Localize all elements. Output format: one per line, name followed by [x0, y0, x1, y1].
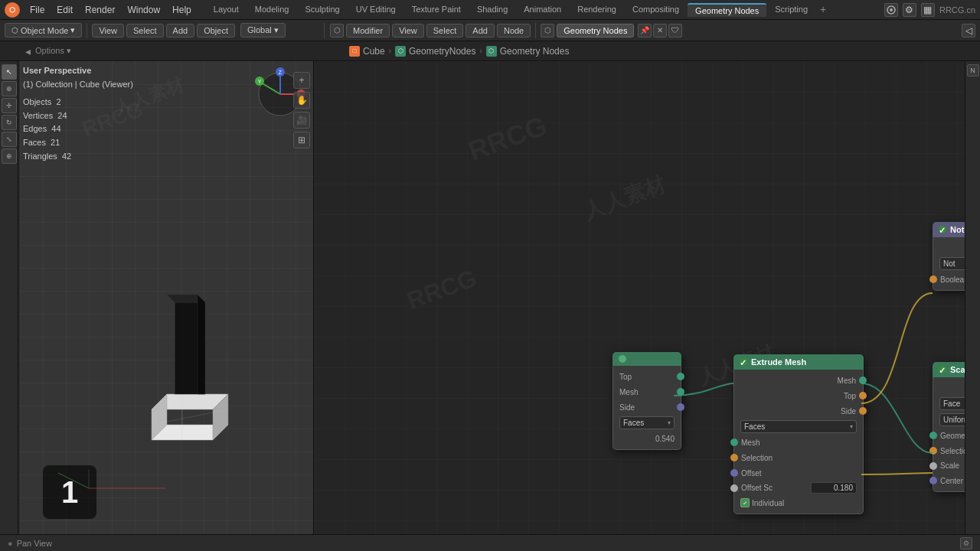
bc-geonodes[interactable]: ⬡ GeometryNodes	[395, 46, 475, 57]
ws-sculpting[interactable]: Sculpting	[297, 3, 347, 17]
viewport-left-toolbar: ↖ ⊕ ✛ ↻ ⤡ ⊕	[0, 61, 18, 534]
partial-mesh-socket[interactable]	[677, 373, 684, 380]
ws-shading[interactable]: Shading	[469, 3, 515, 17]
extrude1-mesh-out-socket[interactable]	[859, 377, 867, 384]
sep2	[535, 23, 536, 38]
settings-icon[interactable]: ⚙	[903, 3, 916, 17]
pin-icon[interactable]: 📌	[638, 24, 652, 37]
partial-side-row: Side	[613, 399, 681, 415]
partial-node-header	[612, 352, 681, 366]
move-tool[interactable]: ✛	[2, 98, 17, 113]
node-icon[interactable]: ⬡	[330, 24, 344, 37]
extrude1-mesh-in-socket[interactable]	[730, 439, 738, 446]
view-menu[interactable]: View	[92, 24, 124, 37]
grid-tool[interactable]: ⊞	[293, 132, 310, 148]
statusbar: ● Pan View ⚙	[0, 534, 980, 551]
rotate-tool[interactable]: ↻	[2, 115, 17, 130]
viewport-content[interactable]: RRCG 人人素材 User Perspective (1) Collectio…	[20, 61, 313, 534]
node-view-menu[interactable]: View	[392, 24, 424, 37]
not-minimize[interactable]: ✓	[939, 226, 946, 233]
ws-compositing[interactable]: Compositing	[625, 3, 687, 17]
extrude1-side-out-socket[interactable]	[859, 407, 867, 415]
not-boolean-in-socket[interactable]	[929, 276, 937, 283]
partial-top-socket[interactable]	[677, 388, 684, 396]
shield-icon[interactable]: 🛡	[668, 24, 682, 37]
add-menu[interactable]: Add	[166, 24, 195, 37]
extrude1-offset-in-socket[interactable]	[730, 469, 738, 477]
n-panel-toggle[interactable]: N	[967, 64, 979, 77]
menu-help[interactable]: Help	[167, 3, 197, 17]
mode-selector[interactable]: ⬡ Object Mode ▾	[5, 23, 82, 37]
bc-title-icon: ⬡	[486, 46, 497, 57]
extrude1-top-out-socket[interactable]	[859, 392, 867, 399]
extrude1-checkbox[interactable]: ✓	[740, 498, 750, 507]
select-tool[interactable]: ↖	[2, 64, 17, 80]
menu-window[interactable]: Window	[122, 3, 165, 17]
node-add-menu[interactable]: Add	[466, 24, 495, 37]
scale-scale-socket[interactable]	[929, 462, 937, 470]
node-node-menu[interactable]: Node	[497, 24, 531, 37]
node-editor-panel[interactable]: RRCG 人人素材 RRCG 人人素材	[314, 61, 980, 534]
extrude-mesh-1[interactable]: ✓ Extrude Mesh Mesh Top Side	[733, 354, 864, 514]
object-menu[interactable]: Object	[197, 24, 235, 37]
ws-animation[interactable]: Animation	[516, 3, 569, 17]
camera-tool[interactable]: 🎥	[293, 112, 310, 129]
pan-view-section: ● Pan View	[8, 539, 52, 548]
ws-scripting[interactable]: Scripting	[767, 3, 815, 17]
bc-arrow2: ›	[479, 47, 482, 55]
extrude1-individual-check[interactable]: ✓ Individual	[740, 498, 784, 507]
extrude1-sel-in-socket[interactable]	[730, 454, 738, 461]
scale-sel-in-socket[interactable]	[929, 447, 937, 455]
statusbar-icon[interactable]: ⚙	[960, 537, 972, 549]
node-select-menu[interactable]: Select	[426, 24, 464, 37]
options-btn[interactable]: Options ▾	[35, 46, 71, 56]
transform-tool[interactable]: ⊕	[2, 148, 17, 164]
properties-toggle[interactable]: ◁	[962, 24, 975, 37]
render-icon[interactable]	[884, 3, 898, 17]
extrude1-individual-row: ✓ Individual	[734, 495, 863, 510]
ws-layout[interactable]: Layout	[206, 3, 247, 17]
scale-minimize[interactable]: ✓	[939, 366, 946, 373]
modifier-menu[interactable]: Modifier	[346, 24, 390, 37]
breadcrumb-left-arrow[interactable]: ◂	[25, 45, 31, 57]
menu-file[interactable]: File	[24, 3, 50, 17]
partial-faces-dd[interactable]: Faces▾	[619, 416, 675, 429]
view-icon[interactable]: ▦	[921, 3, 935, 17]
ws-texture[interactable]: Texture Paint	[404, 3, 469, 17]
global-toggle[interactable]: Global ▾	[240, 23, 286, 37]
separator	[87, 23, 87, 38]
3d-object	[106, 241, 259, 473]
menu-render[interactable]: Render	[80, 3, 120, 17]
scale-geo-in-socket[interactable]	[929, 432, 937, 439]
add-workspace-button[interactable]: +	[816, 3, 830, 17]
bc-title[interactable]: ⬡ Geometry Nodes	[486, 46, 570, 57]
extrude1-faces-row: Faces▾	[734, 419, 863, 435]
menu-edit[interactable]: Edit	[51, 3, 78, 17]
cursor-tool[interactable]: ⊕	[2, 81, 17, 96]
svg-text:Y: Y	[258, 79, 262, 84]
partial-node-body: Top Mesh Side Faces▾ 0.540	[612, 366, 681, 450]
objects-stat: Objects 2	[23, 96, 133, 109]
partial-side-socket[interactable]	[677, 403, 684, 411]
extrude1-offsc-socket[interactable]	[730, 484, 738, 492]
x-icon[interactable]: ✕	[653, 24, 667, 37]
pan-view-label: Pan View	[17, 539, 52, 548]
pan-hand[interactable]: ✋	[293, 92, 310, 109]
bc-cube[interactable]: □ Cube	[349, 46, 385, 57]
bc-cube-icon: □	[349, 46, 360, 57]
partial-node[interactable]: Top Mesh Side Faces▾ 0.540	[612, 352, 681, 450]
extrude1-faces-dd[interactable]: Faces▾	[740, 420, 857, 433]
ws-geometry-nodes[interactable]: Geometry Nodes	[688, 3, 766, 17]
zoom-in[interactable]: +	[293, 72, 310, 89]
extrude1-offset-sc-value[interactable]: 0.180	[811, 482, 857, 494]
partial-dot[interactable]	[619, 355, 626, 363]
ws-modeling[interactable]: Modeling	[247, 3, 297, 17]
ws-rendering[interactable]: Rendering	[570, 3, 624, 17]
ws-uv[interactable]: UV Editing	[348, 3, 403, 17]
scale-center-socket[interactable]	[929, 477, 937, 484]
scale-tool[interactable]: ⤡	[2, 132, 17, 147]
geo-nodes-label[interactable]: Geometry Nodes	[557, 24, 634, 37]
viewport-info: User Perspective (1) Collection | Cube (…	[23, 64, 133, 163]
extrude1-minimize[interactable]: ✓	[740, 358, 747, 366]
select-menu[interactable]: Select	[126, 24, 164, 37]
